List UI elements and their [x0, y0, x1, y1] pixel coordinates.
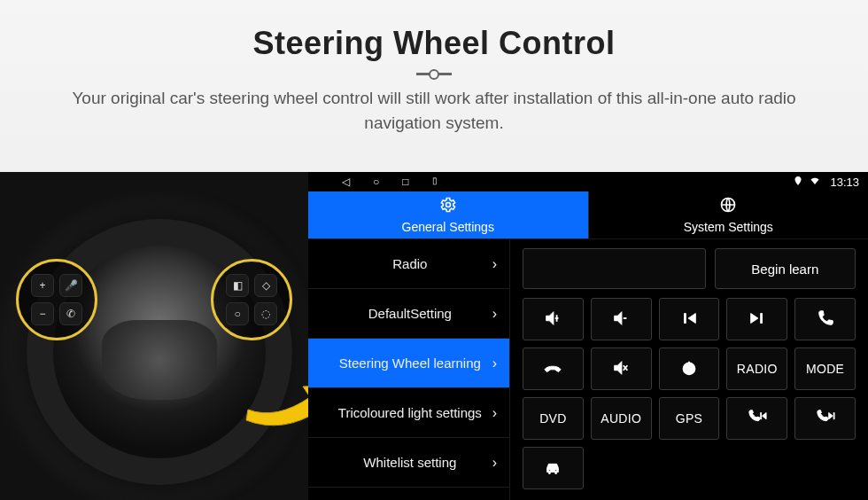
car-icon	[543, 457, 562, 480]
swc-car-button[interactable]	[523, 447, 584, 489]
phone-icon	[816, 309, 835, 331]
menu-label: Radio	[328, 256, 492, 271]
globe-icon	[719, 196, 737, 216]
dvd-label: DVD	[539, 411, 566, 426]
radio-label: RADIO	[737, 362, 778, 376]
tab-system-settings[interactable]: System Settings	[589, 191, 869, 238]
composite-stage: + 🎤 − ✆ ◧ ◇ ○ ◌ ◁ ○ □ ▯	[0, 172, 868, 500]
swc-next-track-button[interactable]	[726, 298, 787, 340]
swc-vol-down-button[interactable]	[591, 298, 652, 340]
swc-power-button[interactable]	[659, 348, 720, 390]
menu-item-whitelist[interactable]: Whitelist setting ›	[308, 438, 509, 488]
menu-label: Steering Wheel learning	[328, 355, 492, 371]
chevron-right-icon: ›	[492, 405, 497, 421]
wheel-btn-c: ○	[226, 302, 249, 325]
begin-learn-button[interactable]: Begin learn	[715, 248, 856, 289]
swc-call-prev-button[interactable]	[726, 397, 787, 440]
swc-audio-button[interactable]: AUDIO	[591, 397, 652, 440]
swc-call-answer-button[interactable]	[794, 298, 856, 340]
nav-recent-icon[interactable]: □	[402, 176, 408, 188]
steering-wheel-photo: + 🎤 − ✆ ◧ ◇ ○ ◌	[0, 172, 308, 500]
android-statusbar: ◁ ○ □ ▯ 13:13	[308, 172, 868, 191]
mode-label: MODE	[806, 362, 844, 376]
menu-label: DefaultSetting	[328, 306, 492, 321]
phone-next-icon	[816, 408, 835, 430]
menu-item-steering-wheel-learning[interactable]: Steering Wheel learning ›	[308, 339, 509, 388]
menu-label: Tricoloured light settings	[328, 405, 492, 420]
swc-button-grid: RADIO MODE DVD AUDIO GPS	[523, 298, 856, 489]
wheel-btn-b: ◇	[254, 274, 277, 297]
begin-learn-label: Begin learn	[751, 262, 818, 277]
swc-call-next-button[interactable]	[794, 397, 856, 440]
next-track-icon	[748, 309, 767, 331]
menu-item-tricoloured-light[interactable]: Tricoloured light settings ›	[308, 388, 509, 438]
settings-tabs: General Settings System Settings	[308, 191, 868, 238]
mute-icon	[611, 358, 631, 380]
wheel-btn-a: ◧	[226, 274, 249, 297]
menu-item-radio[interactable]: Radio ›	[308, 239, 509, 289]
prev-track-icon	[679, 309, 699, 331]
gps-label: GPS	[676, 411, 702, 426]
swc-gps-button[interactable]: GPS	[659, 397, 720, 440]
wheel-btn-voice: 🎤	[59, 274, 82, 297]
wheel-button-cluster-left: + 🎤 − ✆	[16, 259, 97, 340]
swc-radio-button[interactable]: RADIO	[726, 348, 787, 390]
swc-mute-button[interactable]	[591, 348, 652, 390]
wheel-btn-phone: ✆	[59, 302, 82, 325]
svg-point-0	[446, 203, 450, 207]
clock-text: 13:13	[830, 176, 859, 189]
gps-status-icon	[793, 176, 803, 189]
wheel-hub	[102, 320, 217, 400]
tab-system-label: System Settings	[684, 220, 773, 234]
swc-prev-track-button[interactable]	[659, 298, 720, 340]
svg-point-4	[555, 469, 557, 471]
headunit-screen: ◁ ○ □ ▯ 13:13 General Setti	[308, 172, 868, 500]
tab-general-label: General Settings	[402, 220, 494, 234]
wheel-btn-minus: −	[31, 302, 54, 325]
chevron-right-icon: ›	[492, 355, 497, 371]
chevron-right-icon: ›	[492, 455, 497, 471]
wheel-button-cluster-right: ◧ ◇ ○ ◌	[211, 259, 292, 340]
volume-up-icon	[543, 309, 562, 331]
swc-mode-button[interactable]: MODE	[794, 348, 856, 390]
swc-dvd-button[interactable]: DVD	[523, 397, 584, 440]
phone-hangup-icon	[543, 358, 562, 380]
menu-item-default-setting[interactable]: DefaultSetting ›	[308, 289, 509, 339]
chevron-right-icon: ›	[492, 256, 497, 272]
wheel-btn-d: ◌	[254, 302, 277, 325]
phone-prev-icon	[748, 408, 767, 430]
gear-icon	[439, 196, 457, 216]
nav-overflow-icon[interactable]: ▯	[432, 176, 438, 188]
audio-label: AUDIO	[601, 411, 641, 426]
page-title: Steering Wheel Control	[35, 25, 833, 62]
learned-key-display	[523, 248, 706, 289]
wifi-status-icon	[809, 176, 821, 189]
wheel-btn-plus: +	[31, 274, 54, 297]
chevron-right-icon: ›	[492, 306, 497, 322]
page-subtitle: Your original car's steering wheel contr…	[53, 86, 815, 135]
swc-vol-up-button[interactable]	[523, 298, 584, 340]
menu-label: Whitelist setting	[328, 455, 492, 470]
nav-back-icon[interactable]: ◁	[342, 176, 350, 188]
workspace: Radio › DefaultSetting › Steering Wheel …	[308, 238, 868, 500]
hero-section: Steering Wheel Control Your original car…	[0, 0, 868, 152]
title-underline	[416, 73, 452, 75]
volume-down-icon	[611, 309, 631, 331]
tab-general-settings[interactable]: General Settings	[308, 191, 588, 238]
swc-call-end-button[interactable]	[523, 348, 584, 390]
settings-sidemenu: Radio › DefaultSetting › Steering Wheel …	[308, 239, 510, 500]
learning-panel: Begin learn	[510, 239, 868, 500]
power-icon	[679, 358, 699, 380]
nav-home-icon[interactable]: ○	[373, 176, 379, 188]
svg-point-3	[549, 469, 551, 471]
